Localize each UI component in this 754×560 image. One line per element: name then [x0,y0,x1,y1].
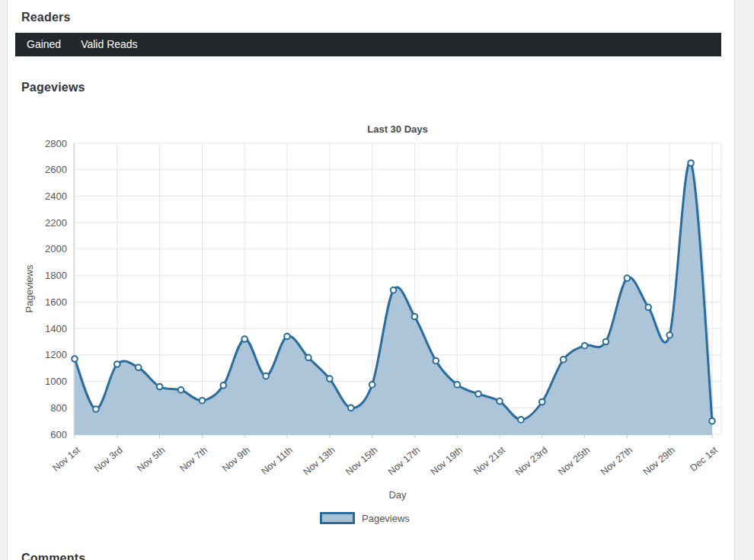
svg-text:1200: 1200 [45,349,67,360]
svg-text:Nov 29th: Nov 29th [641,445,677,476]
y-axis-label: Pageviews [24,265,35,313]
svg-text:2000: 2000 [45,243,67,254]
svg-text:Nov 15th: Nov 15th [343,445,379,476]
svg-text:Nov 1st: Nov 1st [50,444,82,473]
legend-swatch [320,512,355,524]
svg-text:Nov 19th: Nov 19th [429,445,465,476]
svg-text:Nov 23rd: Nov 23rd [513,445,550,476]
svg-text:800: 800 [50,402,67,414]
svg-text:Nov 21st: Nov 21st [471,444,507,476]
svg-text:Dec 1st: Dec 1st [688,444,720,473]
stats-page: Readers Gained Valid Reads Pageviews Las… [0,0,754,560]
svg-text:Nov 3rd: Nov 3rd [92,445,125,475]
svg-text:1800: 1800 [45,270,67,281]
chart-plot-area: 6008001000120014001600180020002200240026… [8,118,734,476]
svg-text:Nov 9th: Nov 9th [220,445,252,474]
legend-label: Pageviews [362,513,410,524]
x-axis-label: Day [74,489,721,501]
tab-valid-reads[interactable]: Valid Reads [71,33,147,56]
svg-text:2400: 2400 [45,190,67,202]
svg-text:Nov 13th: Nov 13th [301,445,337,476]
tab-gained[interactable]: Gained [15,33,71,56]
readers-tab-bar: Gained Valid Reads [15,33,721,56]
readers-heading: Readers [21,11,71,24]
svg-text:Nov 11th: Nov 11th [259,445,295,476]
svg-text:Nov 25th: Nov 25th [556,445,592,476]
svg-text:1400: 1400 [45,323,67,334]
pageviews-heading: Pageviews [21,81,85,94]
svg-text:1000: 1000 [45,376,67,387]
chart-legend: Pageviews [320,512,410,524]
svg-text:Nov 5th: Nov 5th [136,445,168,474]
svg-text:2200: 2200 [45,217,67,229]
svg-text:Nov 27th: Nov 27th [599,445,634,476]
svg-text:2600: 2600 [45,164,67,175]
pageviews-chart: Last 30 Days 600800100012001400160018002… [8,118,734,549]
comments-heading: Comments [21,552,85,560]
svg-text:2800: 2800 [45,138,67,149]
svg-text:1600: 1600 [45,296,67,308]
left-gutter [0,0,8,560]
svg-text:Nov 17th: Nov 17th [386,445,422,476]
right-gutter [734,0,754,560]
svg-text:600: 600 [50,429,67,440]
svg-text:Nov 7th: Nov 7th [177,445,209,474]
